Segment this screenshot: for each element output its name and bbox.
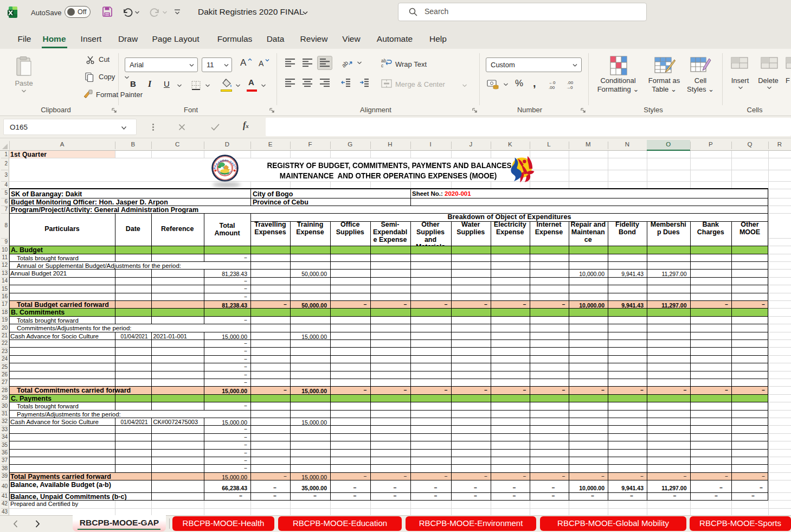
svg-text:ab: ab xyxy=(342,60,350,69)
svg-text:.00: .00 xyxy=(567,80,574,85)
svg-text:c: c xyxy=(381,63,384,68)
svg-text:←0: ←0 xyxy=(549,80,556,85)
svg-text:→0: →0 xyxy=(566,85,573,90)
svg-text:.00: .00 xyxy=(549,85,555,90)
